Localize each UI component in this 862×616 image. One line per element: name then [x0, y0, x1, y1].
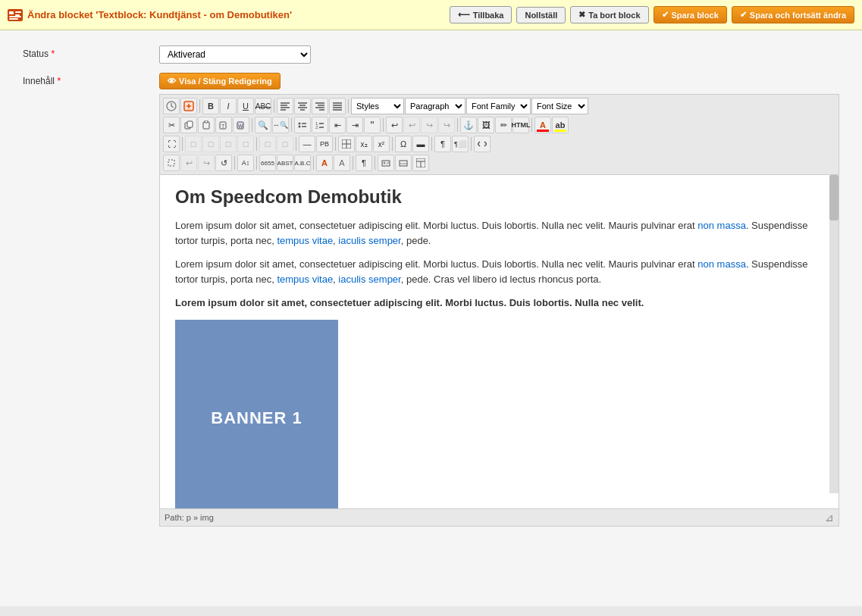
tb-textA-btn[interactable]: A: [316, 155, 333, 171]
tb-copy-btn[interactable]: [180, 117, 197, 133]
tb-source-btn[interactable]: [474, 136, 491, 152]
link-tempus-1[interactable]: tempus vitae: [277, 235, 333, 246]
tb-bullet-list-btn[interactable]: [294, 117, 311, 133]
tb-num3-btn[interactable]: A.B.C: [294, 155, 311, 171]
tb-redo-btn[interactable]: ↪: [421, 117, 437, 133]
scroll-thumb[interactable]: [829, 175, 838, 220]
resize-handle[interactable]: ⊿: [825, 511, 834, 524]
tb-numbered-list-btn[interactable]: 1.2.: [312, 117, 328, 133]
svg-point-45: [384, 162, 386, 164]
tb-increase-indent-btn[interactable]: ⇥: [346, 117, 363, 133]
tb-table2-btn[interactable]: [412, 155, 429, 171]
paragraph-select[interactable]: Paragraph: [405, 98, 465, 114]
tb-subscript-btn[interactable]: x₂: [356, 136, 372, 152]
toolbar-row-2: ✂ T W 🔍: [163, 116, 835, 134]
tb-hrule-btn[interactable]: —: [299, 136, 315, 152]
reset-button[interactable]: Nollställ: [516, 7, 566, 23]
editor-scrollbar[interactable]: [829, 175, 838, 493]
tb-media2-btn[interactable]: □: [202, 136, 219, 152]
tb-bold-btn[interactable]: B: [202, 98, 219, 114]
tb-special-chars-btn[interactable]: Ω: [395, 136, 412, 152]
tb-cut-btn[interactable]: ✂: [163, 117, 180, 133]
tb-blockquote-btn[interactable]: ": [364, 117, 381, 133]
tb-redo2-btn[interactable]: ↪: [438, 117, 455, 133]
toolbar-sep-12: [335, 137, 336, 151]
tb-crop-btn[interactable]: [163, 155, 180, 171]
tb-special2-btn[interactable]: [180, 98, 197, 114]
styles-select[interactable]: Styles: [351, 98, 404, 114]
tb-highlight-btn[interactable]: ab: [552, 117, 569, 133]
tb-superscript-btn[interactable]: x²: [373, 136, 390, 152]
tb-back2-btn[interactable]: ↩: [180, 155, 197, 171]
tb-forward-btn[interactable]: ↪: [198, 155, 215, 171]
tb-rule-btn[interactable]: ▬: [412, 136, 429, 152]
tb-undo2-btn[interactable]: ↩: [403, 117, 420, 133]
back-button[interactable]: ⟵ Tillbaka: [450, 6, 512, 23]
tb-num2-btn[interactable]: ABST: [277, 155, 293, 171]
status-select[interactable]: Aktiverad Inaktiverad: [159, 45, 311, 64]
tb-italic-btn[interactable]: I: [220, 98, 237, 114]
toolbar-sep-18: [313, 156, 314, 170]
tb-textA2-btn[interactable]: A: [334, 155, 350, 171]
tb-undo-btn[interactable]: ↩: [386, 117, 403, 133]
link-iaculis-2[interactable]: iaculis semper: [338, 274, 400, 285]
editor-paragraph-3: Lorem ipsum dolor sit amet, consectetuer…: [175, 295, 823, 311]
toolbar-sep-3: [348, 99, 349, 113]
tb-show-blocks-btn[interactable]: ¶⬜: [452, 136, 469, 152]
tb-para2-btn[interactable]: ¶: [356, 155, 372, 171]
tb-underline-btn[interactable]: U: [237, 98, 254, 114]
tb-html-btn[interactable]: HTML: [512, 117, 529, 133]
toolbar-sep-4: [252, 118, 252, 132]
tb-font-color-btn[interactable]: A: [534, 117, 551, 133]
svg-rect-25: [187, 121, 193, 127]
font-size-select[interactable]: Font Size: [531, 98, 588, 114]
toolbar-sep-19: [353, 156, 353, 170]
tb-imgbtn1-btn[interactable]: [378, 155, 394, 171]
tb-paste-text-btn[interactable]: T: [215, 117, 232, 133]
editor-body[interactable]: Om Speedcom Demobutik Lorem ipsum dolor …: [160, 175, 838, 508]
tb-align-right-btn[interactable]: [312, 98, 328, 114]
tb-find-replace-btn[interactable]: ↔🔍: [272, 117, 289, 133]
status-field: Aktiverad Inaktiverad: [159, 45, 839, 64]
tb-rotate-btn[interactable]: ↺: [215, 155, 232, 171]
tb-align-left-btn[interactable]: [277, 98, 293, 114]
tb-special4-btn[interactable]: □: [277, 136, 293, 152]
tb-media3-btn[interactable]: □: [220, 136, 237, 152]
tb-fullscreen-btn[interactable]: ⛶: [163, 136, 180, 152]
tb-paragraph-btn[interactable]: ¶: [434, 136, 451, 152]
tb-num1-btn[interactable]: 6655: [259, 155, 276, 171]
link-tempus-2[interactable]: tempus vitae: [277, 274, 333, 285]
toggle-editor-button[interactable]: 👁 Visa / Stäng Redigering: [159, 73, 281, 89]
toolbar-sep-2: [274, 99, 274, 113]
tb-decrease-indent-btn[interactable]: ⇤: [329, 117, 346, 133]
tb-paste-btn[interactable]: [198, 117, 215, 133]
svg-rect-5: [9, 18, 18, 20]
status-label: Status *: [23, 45, 159, 59]
save-continue-button[interactable]: ✔ Spara och fortsätt ändra: [732, 6, 854, 23]
tb-strikethrough-btn[interactable]: ABC: [255, 98, 271, 114]
tb-find-btn[interactable]: 🔍: [255, 117, 271, 133]
link-non-massa-2[interactable]: non massa: [697, 258, 746, 270]
content-row: Innehåll * 👁 Visa / Stäng Redigering: [23, 73, 839, 527]
tb-special1-btn[interactable]: [163, 98, 180, 114]
toolbar-sep-16: [234, 156, 235, 170]
font-family-select[interactable]: Font Family: [466, 98, 531, 114]
delete-button[interactable]: ✖ Ta bort block: [570, 6, 648, 23]
tb-media4-btn[interactable]: □: [237, 136, 254, 152]
content-field: 👁 Visa / Stäng Redigering: [159, 73, 839, 527]
tb-align-center-btn[interactable]: [294, 98, 311, 114]
tb-media1-btn[interactable]: □: [185, 136, 202, 152]
tb-flash-btn[interactable]: ✏: [495, 117, 512, 133]
tb-fontsize-btn[interactable]: A↕: [237, 155, 254, 171]
tb-paste-word-btn[interactable]: W: [233, 117, 249, 133]
tb-justify-btn[interactable]: [329, 98, 346, 114]
tb-pagebreak-btn[interactable]: PB: [316, 136, 333, 152]
tb-anchor-btn[interactable]: ⚓: [460, 117, 477, 133]
tb-table-btn[interactable]: [338, 136, 355, 152]
link-non-massa-1[interactable]: non massa: [697, 220, 746, 231]
save-button[interactable]: ✔ Spara block: [654, 6, 727, 23]
link-iaculis-1[interactable]: iaculis semper: [338, 235, 400, 246]
tb-imgbtn2-btn[interactable]: [395, 155, 412, 171]
tb-image-btn[interactable]: 🖼: [478, 117, 494, 133]
tb-special3-btn[interactable]: □: [259, 136, 276, 152]
